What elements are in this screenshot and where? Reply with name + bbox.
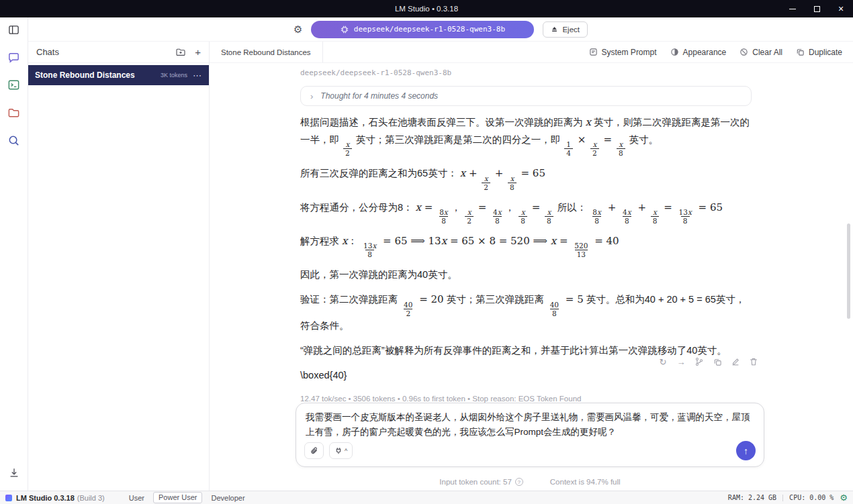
close-button[interactable]: ×	[829, 0, 853, 17]
continue-button[interactable]: →	[676, 356, 686, 367]
close-icon: ×	[838, 3, 844, 14]
nav-developer-button[interactable]	[6, 77, 22, 93]
appearance-button[interactable]: Appearance	[670, 48, 727, 57]
edit-button[interactable]	[730, 356, 741, 367]
plugins-button[interactable]: ^	[329, 442, 353, 459]
loaded-model-name: deepseek/deepseek-r1-0528-qwen3-8b	[354, 25, 505, 34]
chat-token-badge: 3K tokens	[161, 72, 187, 79]
panel-toggle-icon	[8, 24, 19, 36]
thought-collapse-panel[interactable]: › Thought for 4 minutes 4 seconds	[300, 86, 752, 106]
ram-usage: RAM: 2.24 GB	[728, 494, 776, 501]
eject-label: Eject	[562, 26, 580, 34]
sidebar-toggle-button[interactable]	[6, 21, 22, 38]
mode-developer[interactable]: Developer	[211, 494, 244, 502]
text-run: 将方程通分，公分母为8：	[300, 202, 416, 213]
text-run: ，	[505, 202, 518, 213]
nav-models-button[interactable]	[6, 105, 22, 121]
fraction: x2	[465, 208, 474, 225]
cpu-usage: CPU: 0.00 %	[789, 494, 834, 501]
mode-power-user[interactable]: Power User	[153, 492, 202, 503]
new-folder-button[interactable]	[175, 47, 186, 58]
paragraph: 所有三次反弹的距离之和为65英寸： x + x2 + x8 = 65	[300, 165, 752, 191]
status-settings-button[interactable]: ⚙	[840, 493, 848, 502]
appearance-icon	[670, 48, 679, 56]
system-prompt-button[interactable]: System Prompt	[589, 48, 657, 57]
text-run: 验证：第二次弹跳距离	[300, 294, 400, 305]
input-token-count: Input token count: 57 ?	[439, 478, 523, 486]
chat-item-title: Stone Rebound Distances	[35, 70, 156, 80]
terminal-icon	[7, 79, 20, 91]
fraction: x8	[617, 140, 625, 157]
message-model-name: deepseek/deepseek-r1-0528-qwen3-8b	[300, 68, 752, 77]
fraction: 13x8	[677, 208, 694, 225]
vertical-scrollbar-thumb[interactable]	[847, 223, 850, 319]
math-run: +	[635, 201, 649, 213]
message-actions: ↻ →	[658, 356, 759, 367]
text-run: 英寸。	[627, 134, 659, 145]
downloads-button[interactable]	[6, 464, 22, 481]
attach-file-button[interactable]	[304, 442, 324, 459]
paragraph: \boxed{40}	[300, 367, 752, 384]
chat-list-item[interactable]: Stone Rebound Distances 3K tokens ⋯	[28, 65, 209, 85]
maximize-button[interactable]	[805, 0, 829, 17]
copy-icon	[713, 358, 722, 366]
copy-button[interactable]	[712, 356, 723, 367]
paperclip-icon	[310, 446, 318, 455]
text-run: \boxed{40}	[300, 370, 347, 381]
gear-icon: ⚙	[294, 23, 302, 35]
nav-discover-button[interactable]	[6, 132, 22, 148]
branch-icon	[694, 357, 704, 366]
mode-user[interactable]: User	[129, 494, 144, 502]
regenerate-icon: ↻	[660, 357, 667, 367]
user-mode-switcher: User Power User Developer	[129, 492, 245, 503]
send-button[interactable]: ↑	[736, 441, 756, 460]
clear-all-button[interactable]: Clear All	[739, 48, 782, 57]
lmstudio-logo-icon	[5, 495, 12, 501]
info-icon[interactable]: ?	[515, 478, 523, 486]
math-run: = 20	[416, 293, 443, 305]
settings-gear-button[interactable]: ⚙	[294, 24, 302, 34]
fraction: 4x8	[491, 208, 504, 225]
math-run: x	[586, 116, 591, 128]
app-version: LM Studio 0.3.18	[16, 494, 75, 502]
text-run: 因此，第一次弹跳的距离为40英寸。	[300, 269, 457, 280]
nav-chat-button[interactable]	[6, 49, 22, 65]
fraction: 408	[548, 301, 561, 317]
search-icon	[7, 134, 20, 147]
math-run: x +	[460, 167, 481, 179]
delete-button[interactable]	[748, 356, 759, 367]
fraction: x8	[545, 208, 553, 225]
regenerate-button[interactable]: ↻	[658, 356, 668, 367]
math-run: =	[475, 201, 490, 213]
resource-usage: RAM: 2.24 GB CPU: 0.00 % ⚙	[728, 493, 848, 502]
paragraph: 因此，第一次弹跳的距离为40英寸。	[300, 266, 752, 283]
paragraph: 根据问题描述，石头在池塘表面反弹三下。设第一次弹跳的距离为 x 英寸，则第二次弹…	[300, 114, 752, 157]
tab-label: Stone Rebound Distances	[221, 48, 311, 56]
new-chat-button[interactable]: +	[195, 47, 201, 57]
message-body: 根据问题描述，石头在池塘表面反弹三下。设第一次弹跳的距离为 x 英寸，则第二次弹…	[300, 114, 752, 384]
math-run: = 65 ⟹ 13x = 65 × 8 = 520 ⟹ x =	[379, 235, 571, 247]
window-controls: ×	[780, 0, 853, 17]
duplicate-button[interactable]: Duplicate	[796, 48, 842, 57]
eject-button[interactable]: Eject	[543, 21, 588, 38]
loaded-model-pill[interactable]: deepseek/deepseek-r1-0528-qwen3-8b	[311, 21, 534, 38]
chat-item-menu-button[interactable]: ⋯	[193, 70, 202, 81]
thought-summary: Thought for 4 minutes 4 seconds	[320, 91, 438, 101]
fraction: 8x8	[590, 208, 603, 225]
branch-button[interactable]	[694, 356, 705, 367]
fraction: 13x8	[361, 242, 378, 258]
main-panel: Stone Rebound Distances System Prompt Ap…	[210, 42, 853, 491]
tab-stone-rebound-distances[interactable]: Stone Rebound Distances	[210, 42, 323, 62]
chats-sidebar: Chats + Stone Rebound Distances 3K token…	[28, 42, 210, 491]
text-run: ：	[348, 236, 361, 246]
prompt-input[interactable]: 我需要画一个皮克斯版本的圣诞老人，从烟囱外给这个房子里送礼物，需要画风温馨，可爱…	[306, 410, 754, 439]
math-run: +	[492, 167, 506, 179]
fraction: 14	[564, 140, 573, 157]
math-run: +	[604, 201, 619, 213]
left-rail	[0, 17, 28, 491]
trash-icon	[749, 357, 758, 366]
chats-header: Chats +	[28, 42, 209, 63]
duplicate-label: Duplicate	[809, 48, 842, 57]
minimize-button[interactable]	[780, 0, 805, 17]
clear-all-icon	[739, 48, 748, 56]
